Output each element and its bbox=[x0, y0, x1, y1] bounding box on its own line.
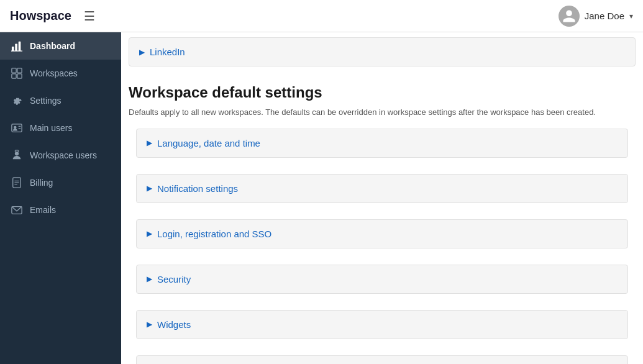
accordion-notification-title: Notification settings bbox=[157, 183, 238, 194]
accordion-widgets-header[interactable]: ▶ Widgets bbox=[137, 311, 627, 339]
accordion-linkedin: ▶ LinkedIn bbox=[129, 37, 636, 66]
accordion-security-header[interactable]: ▶ Security bbox=[137, 265, 627, 293]
accordion-widgets: ▶ Widgets bbox=[136, 310, 628, 339]
chart-icon bbox=[11, 40, 22, 52]
user-menu[interactable]: Jane Doe ▾ bbox=[559, 6, 633, 27]
svg-rect-7 bbox=[17, 74, 22, 78]
svg-rect-4 bbox=[12, 68, 16, 73]
accordion-language-header[interactable]: ▶ Language, date and time bbox=[137, 129, 627, 157]
accordion-features: ▶ Features bbox=[136, 355, 628, 365]
accordion-security: ▶ Security bbox=[136, 265, 628, 294]
accordion-widgets-arrow: ▶ bbox=[147, 320, 152, 329]
person-badge-icon bbox=[11, 150, 22, 161]
svg-rect-6 bbox=[12, 74, 16, 78]
sidebar-item-settings[interactable]: Settings bbox=[0, 87, 121, 114]
grid-icon bbox=[11, 68, 22, 79]
header-left: Howspace ☰ bbox=[10, 9, 95, 24]
accordion-notification: ▶ Notification settings bbox=[136, 174, 628, 203]
header: Howspace ☰ Jane Doe ▾ bbox=[0, 0, 643, 32]
svg-rect-1 bbox=[15, 43, 17, 51]
sidebar-label-workspaces: Workspaces bbox=[30, 68, 78, 78]
accordion-features-header[interactable]: ▶ Features bbox=[137, 356, 627, 365]
accordion-language-title: Language, date and time bbox=[157, 138, 260, 148]
accordion-security-arrow: ▶ bbox=[147, 275, 152, 283]
accordion-linkedin-title: LinkedIn bbox=[150, 47, 185, 57]
avatar bbox=[559, 6, 580, 27]
accordion-login-header[interactable]: ▶ Login, registration and SSO bbox=[137, 220, 627, 248]
section-title: Workspace default settings bbox=[129, 84, 636, 101]
sidebar-item-workspace-users[interactable]: Workspace users bbox=[0, 142, 121, 169]
sidebar-label-billing: Billing bbox=[30, 178, 53, 188]
accordion-notification-header[interactable]: ▶ Notification settings bbox=[137, 175, 627, 202]
section-heading: Workspace default settings Defaults appl… bbox=[121, 71, 643, 121]
person-card-icon bbox=[11, 122, 22, 134]
sidebar-item-emails[interactable]: Emails bbox=[0, 196, 121, 224]
svg-rect-0 bbox=[12, 47, 14, 51]
accordion-language-arrow: ▶ bbox=[147, 139, 152, 147]
sidebar-label-emails: Emails bbox=[30, 205, 56, 215]
accordion-linkedin-arrow: ▶ bbox=[139, 48, 145, 57]
logo: Howspace bbox=[10, 9, 71, 23]
svg-point-9 bbox=[14, 126, 17, 129]
avatar-icon bbox=[562, 9, 577, 24]
sidebar-label-workspace-users: Workspace users bbox=[30, 150, 97, 160]
svg-rect-5 bbox=[17, 68, 22, 73]
sidebar-label-settings: Settings bbox=[30, 96, 62, 106]
user-name: Jane Doe bbox=[585, 11, 624, 21]
accordion-language: ▶ Language, date and time bbox=[136, 129, 628, 158]
doc-icon bbox=[11, 177, 22, 188]
user-menu-arrow: ▾ bbox=[629, 12, 633, 20]
hamburger-button[interactable]: ☰ bbox=[84, 9, 95, 24]
sidebar-item-main-users[interactable]: Main users bbox=[0, 114, 121, 142]
accordion-login: ▶ Login, registration and SSO bbox=[136, 219, 628, 248]
section-description: Defaults apply to all new workspaces. Th… bbox=[129, 106, 636, 119]
accordion-notification-arrow: ▶ bbox=[147, 184, 152, 193]
accordion-linkedin-header[interactable]: ▶ LinkedIn bbox=[129, 38, 635, 66]
accordion-security-title: Security bbox=[157, 274, 191, 284]
sidebar-label-dashboard: Dashboard bbox=[30, 41, 75, 51]
main-content: ▶ LinkedIn Workspace default settings De… bbox=[121, 32, 643, 364]
accordion-login-arrow: ▶ bbox=[147, 229, 152, 238]
envelope-icon bbox=[11, 204, 22, 216]
svg-rect-2 bbox=[19, 42, 21, 51]
sidebar: Dashboard Workspaces Settings bbox=[0, 32, 121, 364]
accordion-list: ▶ Language, date and time ▶ Notification… bbox=[121, 121, 643, 365]
gear-icon bbox=[11, 95, 22, 106]
sidebar-item-workspaces[interactable]: Workspaces bbox=[0, 60, 121, 87]
svg-rect-13 bbox=[15, 150, 18, 152]
accordion-login-title: Login, registration and SSO bbox=[157, 229, 271, 239]
accordion-widgets-title: Widgets bbox=[157, 319, 191, 330]
sidebar-item-billing[interactable]: Billing bbox=[0, 169, 121, 196]
app-body: Dashboard Workspaces Settings bbox=[0, 32, 643, 364]
sidebar-label-main-users: Main users bbox=[30, 123, 72, 133]
sidebar-item-dashboard[interactable]: Dashboard bbox=[0, 32, 121, 60]
